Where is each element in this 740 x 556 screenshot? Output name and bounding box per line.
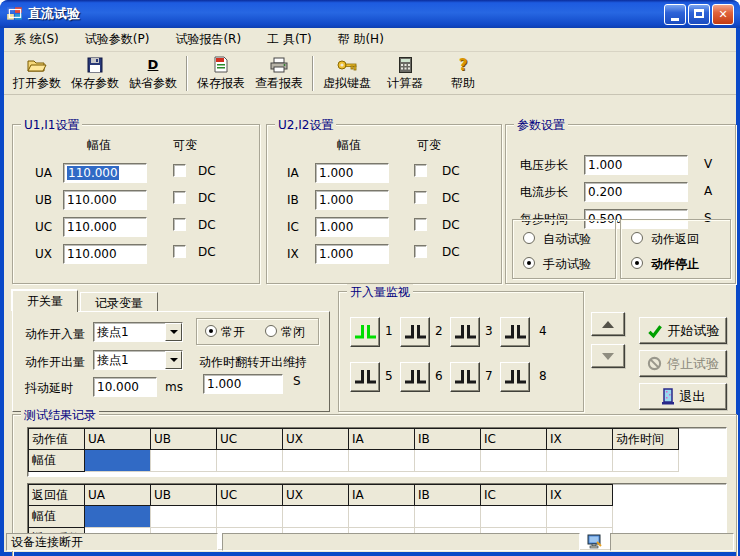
close-button[interactable]: ✕ xyxy=(712,4,734,25)
col-ia[interactable]: IA xyxy=(349,429,415,450)
cell[interactable] xyxy=(151,450,217,472)
ia-variable-checkbox[interactable] xyxy=(414,164,427,177)
menu-test-params[interactable]: 试验参数(P) xyxy=(85,31,150,48)
cell[interactable] xyxy=(349,506,415,528)
contact-button-8[interactable] xyxy=(500,362,530,392)
ua-amplitude-input[interactable]: 110.000 xyxy=(63,163,147,183)
auto-test-label: 自动试验 xyxy=(543,231,591,248)
voltage-step-input[interactable]: 1.000 xyxy=(584,155,688,175)
contact-button-2[interactable] xyxy=(400,317,430,347)
contact-button-1[interactable] xyxy=(350,317,380,347)
cell[interactable] xyxy=(547,450,613,472)
col-ub[interactable]: UB xyxy=(151,429,217,450)
col-action-value[interactable]: 动作值 xyxy=(29,429,85,450)
col-return-value[interactable]: 返回值 xyxy=(29,485,85,506)
ib-amplitude-input[interactable]: 1.000 xyxy=(315,190,389,210)
menu-test-report[interactable]: 试验报告(R) xyxy=(175,31,241,48)
cell[interactable] xyxy=(415,506,481,528)
cell[interactable] xyxy=(283,506,349,528)
manual-test-radio[interactable] xyxy=(523,257,535,269)
action-stop-radio[interactable] xyxy=(631,257,643,269)
cell[interactable] xyxy=(481,450,547,472)
col-uc[interactable]: UC xyxy=(217,485,283,506)
ic-variable-checkbox[interactable] xyxy=(414,218,427,231)
col-ux[interactable]: UX xyxy=(283,429,349,450)
ix-amplitude-input[interactable]: 1.000 xyxy=(315,244,389,264)
ub-variable-checkbox[interactable] xyxy=(173,191,186,204)
cell[interactable] xyxy=(547,506,613,528)
help-button[interactable]: ? 帮助 xyxy=(434,53,492,94)
contact-button-4[interactable] xyxy=(500,317,530,347)
open-params-button[interactable]: 打开参数 xyxy=(8,53,66,94)
chevron-down-icon[interactable] xyxy=(165,351,182,369)
contact-button-6[interactable] xyxy=(400,362,430,392)
ux-amplitude-input[interactable]: 110.000 xyxy=(63,244,147,264)
ub-amplitude-input[interactable]: 110.000 xyxy=(63,190,147,210)
menu-tools[interactable]: 工 具(T) xyxy=(267,31,312,48)
ux-variable-checkbox[interactable] xyxy=(173,245,186,258)
calculator-button[interactable]: 计算器 xyxy=(376,53,434,94)
virtual-keyboard-button[interactable]: 虚拟键盘 xyxy=(318,53,376,94)
col-ub[interactable]: UB xyxy=(151,485,217,506)
cell[interactable] xyxy=(415,450,481,472)
chevron-down-icon[interactable] xyxy=(165,323,182,341)
default-params-button[interactable]: D 缺省参数 xyxy=(124,53,182,94)
cell[interactable] xyxy=(613,450,679,472)
maximize-button[interactable] xyxy=(688,4,710,25)
normally-closed-radio[interactable] xyxy=(265,325,277,337)
action-output-combo[interactable]: 接点1 xyxy=(93,350,183,370)
normally-open-radio[interactable] xyxy=(205,325,217,337)
contact-button-5[interactable] xyxy=(350,362,380,392)
view-report-button[interactable]: 查看报表 xyxy=(250,53,308,94)
stop-test-button[interactable]: 停止试验 xyxy=(639,350,727,377)
col-ua[interactable]: UA xyxy=(85,485,151,506)
col-uc[interactable]: UC xyxy=(217,429,283,450)
current-step-input[interactable]: 0.200 xyxy=(584,182,688,202)
action-results-table[interactable]: 动作值 UA UB UC UX IA IB IC IX 动作时间 幅 xyxy=(28,428,679,472)
col-ic[interactable]: IC xyxy=(481,429,547,450)
col-ic[interactable]: IC xyxy=(481,485,547,506)
contact-button-3[interactable] xyxy=(450,317,480,347)
col-action-time[interactable]: 动作时间 xyxy=(613,429,679,450)
uc-amplitude-input[interactable]: 110.000 xyxy=(63,217,147,237)
col-ua[interactable]: UA xyxy=(85,429,151,450)
flip-hold-input[interactable]: 1.000 xyxy=(203,374,283,394)
minimize-button[interactable] xyxy=(664,4,686,25)
cell[interactable] xyxy=(283,450,349,472)
cell[interactable] xyxy=(481,506,547,528)
ib-variable-checkbox[interactable] xyxy=(414,191,427,204)
contact-button-7[interactable] xyxy=(450,362,480,392)
tab-record-variables[interactable]: 记录变量 xyxy=(80,292,158,311)
save-params-button[interactable]: 保存参数 xyxy=(66,53,124,94)
ix-variable-checkbox[interactable] xyxy=(414,245,427,258)
cell[interactable] xyxy=(151,506,217,528)
cell[interactable] xyxy=(349,450,415,472)
selected-cell[interactable] xyxy=(85,506,151,528)
step-down-button[interactable] xyxy=(591,344,625,368)
ua-variable-checkbox[interactable] xyxy=(173,164,186,177)
col-ix[interactable]: IX xyxy=(547,429,613,450)
col-ux[interactable]: UX xyxy=(283,485,349,506)
ia-amplitude-input[interactable]: 1.000 xyxy=(315,163,389,183)
menu-help[interactable]: 帮 助(H) xyxy=(338,31,384,48)
cell[interactable] xyxy=(217,506,283,528)
step-up-button[interactable] xyxy=(591,312,625,336)
ic-amplitude-input[interactable]: 1.000 xyxy=(315,217,389,237)
uc-variable-checkbox[interactable] xyxy=(173,218,186,231)
debounce-input[interactable]: 10.000 xyxy=(93,377,157,397)
col-ib[interactable]: IB xyxy=(415,429,481,450)
status-bar: 设备连接断开 xyxy=(4,532,736,552)
col-ix[interactable]: IX xyxy=(547,485,613,506)
menu-system[interactable]: 系 统(S) xyxy=(14,31,59,48)
start-test-button[interactable]: 开始试验 xyxy=(639,317,727,344)
col-ib[interactable]: IB xyxy=(415,485,481,506)
save-report-button[interactable]: 保存报表 xyxy=(192,53,250,94)
tab-switch-quantity[interactable]: 开关量 xyxy=(12,290,78,312)
col-ia[interactable]: IA xyxy=(349,485,415,506)
action-input-combo[interactable]: 接点1 xyxy=(93,322,183,342)
exit-button[interactable]: 退出 xyxy=(639,383,727,410)
cell[interactable] xyxy=(217,450,283,472)
action-return-radio[interactable] xyxy=(631,232,643,244)
selected-cell[interactable] xyxy=(85,450,151,472)
auto-test-radio[interactable] xyxy=(523,232,535,244)
